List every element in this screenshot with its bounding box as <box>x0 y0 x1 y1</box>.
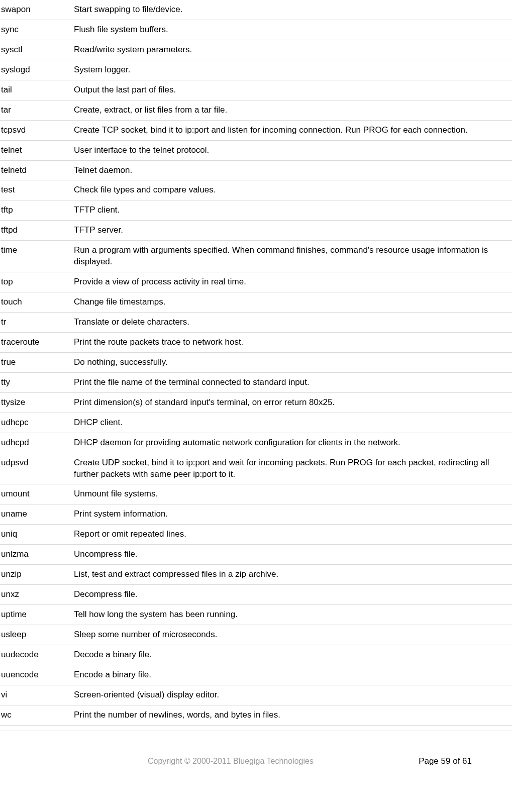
command-description-cell: Report or omit repeated lines. <box>73 525 512 545</box>
command-name-cell: uudecode <box>0 645 73 665</box>
command-description-cell: TFTP client. <box>73 200 512 221</box>
table-row: unzipList, test and extract compressed f… <box>0 565 512 585</box>
command-name-cell: udhcpd <box>0 433 73 453</box>
command-name-cell: sync <box>0 20 73 40</box>
command-description-cell: Tell how long the system has been runnin… <box>73 605 512 625</box>
command-name-cell: tail <box>0 80 73 100</box>
command-name-cell: unzip <box>0 565 73 585</box>
command-description-cell: DHCP client. <box>73 413 512 433</box>
table-row: testCheck file types and compare values. <box>0 180 512 200</box>
command-description-cell: Run a program with arguments specified. … <box>73 241 512 272</box>
command-description-cell: Print the number of newlines, words, and… <box>73 705 512 725</box>
command-name-cell: tr <box>0 313 73 333</box>
command-name-cell: tty <box>0 372 73 392</box>
command-name-cell: uuencode <box>0 665 73 685</box>
command-name-cell: time <box>0 241 73 272</box>
table-row: trueDo nothing, successfully. <box>0 352 512 372</box>
command-description-cell: Print the file name of the terminal conn… <box>73 372 512 392</box>
command-description-cell: Create UDP socket, bind it to ip:port an… <box>73 453 512 484</box>
command-description-cell: Create TCP socket, bind it to ip:port an… <box>73 120 512 140</box>
table-row: touchChange file timestamps. <box>0 292 512 313</box>
command-description-cell: User interface to the telnet protocol. <box>73 140 512 160</box>
table-row: usleepSleep some number of microseconds. <box>0 625 512 645</box>
command-description-cell: Screen-oriented (visual) display editor. <box>73 685 512 705</box>
command-description-cell: Provide a view of process activity in re… <box>73 272 512 292</box>
command-name-cell: tftpd <box>0 221 73 241</box>
footer-divider <box>0 731 512 731</box>
command-name-cell: uniq <box>0 525 73 545</box>
command-description-cell: System logger. <box>73 60 512 80</box>
table-row: unlzmaUncompress file. <box>0 545 512 565</box>
table-row: udhcpcDHCP client. <box>0 413 512 433</box>
command-description-cell: Do nothing, successfully. <box>73 352 512 372</box>
table-row: tailOutput the last part of files. <box>0 80 512 100</box>
command-description-cell: Sleep some number of microseconds. <box>73 625 512 645</box>
command-name-cell: udpsvd <box>0 453 73 484</box>
command-description-cell: Print the route packets trace to network… <box>73 332 512 352</box>
command-description-cell: Print system information. <box>73 504 512 525</box>
command-name-cell: usleep <box>0 625 73 645</box>
table-row: telnetUser interface to the telnet proto… <box>0 140 512 160</box>
table-row: trTranslate or delete characters. <box>0 313 512 333</box>
command-description-cell: Start swapping to file/device. <box>73 0 512 20</box>
command-name-cell: tftp <box>0 200 73 221</box>
table-row: unamePrint system information. <box>0 504 512 525</box>
table-row: traceroutePrint the route packets trace … <box>0 332 512 352</box>
table-row: uudecodeDecode a binary file. <box>0 645 512 665</box>
command-name-cell: telnet <box>0 140 73 160</box>
command-name-cell: uptime <box>0 605 73 625</box>
command-description-cell: Check file types and compare values. <box>73 180 512 200</box>
table-row: uniqReport or omit repeated lines. <box>0 525 512 545</box>
table-row: unxzDecompress file. <box>0 585 512 605</box>
command-name-cell: touch <box>0 292 73 313</box>
command-description-cell: Unmount file systems. <box>73 484 512 504</box>
command-name-cell: umount <box>0 484 73 504</box>
command-description-cell: Telnet daemon. <box>73 160 512 180</box>
page-footer: . Copyright © 2000-2011 Bluegiga Technol… <box>0 756 512 771</box>
table-row: uuencodeEncode a binary file. <box>0 665 512 685</box>
command-name-cell: tcpsvd <box>0 120 73 140</box>
command-name-cell: tar <box>0 100 73 120</box>
command-description-cell: Decompress file. <box>73 585 512 605</box>
command-description-cell: Flush file system buffers. <box>73 20 512 40</box>
command-description-cell: Change file timestamps. <box>73 292 512 313</box>
table-row: telnetdTelnet daemon. <box>0 160 512 180</box>
command-name-cell: vi <box>0 685 73 705</box>
table-row: sysctlRead/write system parameters. <box>0 40 512 60</box>
command-name-cell: traceroute <box>0 332 73 352</box>
command-name-cell: top <box>0 272 73 292</box>
table-row: umountUnmount file systems. <box>0 484 512 504</box>
footer-copyright: Copyright © 2000-2011 Bluegiga Technolog… <box>43 757 419 766</box>
command-description-cell: Translate or delete characters. <box>73 313 512 333</box>
table-row: tftpTFTP client. <box>0 200 512 221</box>
table-row: tftpdTFTP server. <box>0 221 512 241</box>
command-name-cell: wc <box>0 705 73 725</box>
command-name-cell: uname <box>0 504 73 525</box>
command-name-cell: swapon <box>0 0 73 20</box>
command-description-cell: Uncompress file. <box>73 545 512 565</box>
command-name-cell: udhcpc <box>0 413 73 433</box>
command-description-cell: Read/write system parameters. <box>73 40 512 60</box>
table-row: wcPrint the number of newlines, words, a… <box>0 705 512 725</box>
command-name-cell: sysctl <box>0 40 73 60</box>
table-row: tcpsvdCreate TCP socket, bind it to ip:p… <box>0 120 512 140</box>
table-row: viScreen-oriented (visual) display edito… <box>0 685 512 705</box>
table-row: syncFlush file system buffers. <box>0 20 512 40</box>
table-row: udhcpdDHCP daemon for providing automati… <box>0 433 512 453</box>
command-table: swaponStart swapping to file/device.sync… <box>0 0 512 726</box>
table-row: udpsvdCreate UDP socket, bind it to ip:p… <box>0 453 512 484</box>
command-name-cell: unxz <box>0 585 73 605</box>
command-table-body: swaponStart swapping to file/device.sync… <box>0 0 512 725</box>
table-row: ttysizePrint dimension(s) of standard in… <box>0 392 512 413</box>
command-name-cell: syslogd <box>0 60 73 80</box>
table-row: topProvide a view of process activity in… <box>0 272 512 292</box>
command-name-cell: test <box>0 180 73 200</box>
document-page: swaponStart swapping to file/device.sync… <box>0 0 512 786</box>
table-row: swaponStart swapping to file/device. <box>0 0 512 20</box>
footer-page-number: Page 59 of 61 <box>419 756 472 766</box>
command-description-cell: Create, extract, or list files from a ta… <box>73 100 512 120</box>
table-row: tarCreate, extract, or list files from a… <box>0 100 512 120</box>
command-description-cell: Output the last part of files. <box>73 80 512 100</box>
command-name-cell: unlzma <box>0 545 73 565</box>
command-description-cell: Print dimension(s) of standard input's t… <box>73 392 512 413</box>
